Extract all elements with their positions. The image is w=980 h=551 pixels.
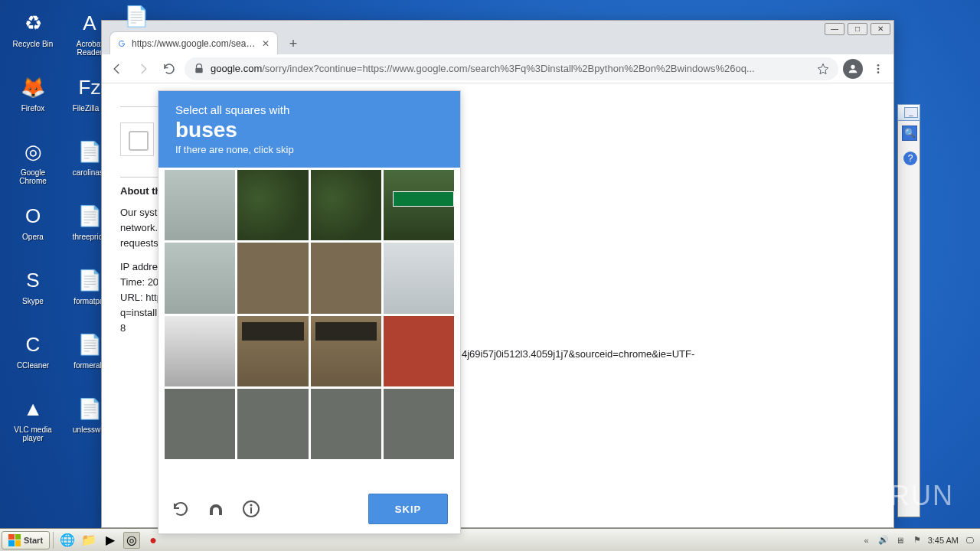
tab-strip: https://www.google.com/search?q= ✕ + bbox=[102, 28, 893, 54]
app-icon: S bbox=[18, 265, 48, 295]
browser-toolbar: google.com/sorry/index?continue=https://… bbox=[102, 54, 893, 83]
recaptcha-header: Select all squares with buses If there a… bbox=[158, 91, 460, 168]
tray-flag-icon[interactable]: ⚑ bbox=[911, 534, 923, 546]
back-button[interactable] bbox=[106, 58, 128, 80]
window-minimize-button[interactable]: — bbox=[825, 23, 844, 35]
url-line: URL: http bbox=[120, 292, 162, 303]
captcha-tile[interactable] bbox=[384, 243, 454, 313]
desktop-icon[interactable]: ◎Google Chrome bbox=[7, 135, 59, 196]
recaptcha-audio-icon[interactable] bbox=[206, 499, 226, 519]
tray-expand-icon[interactable]: « bbox=[861, 534, 873, 546]
captcha-tile[interactable] bbox=[237, 316, 308, 386]
recaptcha-footer: SKIP bbox=[158, 491, 460, 527]
captcha-tile[interactable] bbox=[165, 243, 235, 313]
captcha-tile[interactable] bbox=[384, 389, 454, 459]
captcha-tile[interactable] bbox=[165, 170, 235, 240]
app-icon: ▲ bbox=[18, 393, 48, 424]
address-bar[interactable]: google.com/sorry/index?continue=https://… bbox=[185, 57, 838, 80]
chrome-menu-button[interactable] bbox=[867, 58, 889, 80]
captcha-tile[interactable] bbox=[311, 243, 381, 313]
desktop-icon[interactable]: 📄 bbox=[121, 5, 152, 35]
desktop-icon[interactable]: ▲VLC media player bbox=[7, 392, 59, 453]
search-icon[interactable]: 🔍 bbox=[902, 126, 917, 141]
desktop-icon-label: VLC media player bbox=[7, 425, 59, 442]
url-text: google.com/sorry/index?continue=https://… bbox=[211, 63, 811, 74]
desktop-icon[interactable]: CCCleaner bbox=[7, 328, 59, 389]
body-line-2: network. bbox=[120, 222, 158, 233]
recaptcha-skip-button[interactable]: SKIP bbox=[368, 494, 448, 524]
app-icon: 📄 bbox=[74, 329, 105, 360]
body-line-3: requests bbox=[120, 237, 158, 249]
svg-rect-8 bbox=[250, 507, 252, 514]
captcha-tile[interactable] bbox=[165, 316, 235, 386]
desktop-icon-label: Opera bbox=[7, 233, 59, 241]
start-button[interactable]: Start bbox=[2, 531, 50, 549]
tray-monitor-icon[interactable]: 🖵 bbox=[963, 534, 975, 546]
desktop-icon[interactable]: SSkype bbox=[7, 263, 59, 324]
time-line: Time: 20: bbox=[120, 276, 162, 288]
tray-clock[interactable]: 3:45 AM bbox=[928, 536, 959, 545]
desktop-icon[interactable]: OOpera bbox=[7, 199, 59, 260]
desktop-icon[interactable]: ♻Recycle Bin bbox=[7, 6, 59, 67]
window-maximize-button[interactable]: □ bbox=[848, 23, 867, 35]
taskbar-separator bbox=[53, 532, 54, 549]
captcha-tile[interactable] bbox=[311, 389, 381, 459]
captcha-tile[interactable] bbox=[311, 316, 381, 386]
desktop-icon-label: Firefox bbox=[7, 104, 59, 112]
quicklaunch-ie-icon[interactable]: 🌐 bbox=[59, 532, 76, 549]
url-tail: 4j69i57j0i512l3.4059j1j7&sourceid=chrome… bbox=[462, 348, 694, 360]
q-line: q=install: bbox=[120, 307, 160, 318]
bookmark-star-icon[interactable] bbox=[817, 63, 829, 75]
recaptcha-instruction-2: If there are none, click skip bbox=[175, 144, 443, 155]
captcha-tile[interactable] bbox=[165, 389, 235, 459]
body-line-1: Our syst bbox=[120, 207, 157, 218]
svg-rect-1 bbox=[195, 67, 202, 72]
captcha-tile[interactable] bbox=[237, 170, 308, 240]
svg-point-3 bbox=[877, 64, 880, 67]
recaptcha-info-icon[interactable] bbox=[241, 499, 261, 519]
captcha-tile[interactable] bbox=[237, 389, 308, 459]
forward-button bbox=[132, 58, 154, 80]
window-close-button[interactable]: ✕ bbox=[871, 23, 890, 35]
desktop-icon-label: CCleaner bbox=[7, 361, 59, 370]
quicklaunch-explorer-icon[interactable]: 📁 bbox=[80, 532, 97, 549]
app-icon: C bbox=[18, 329, 48, 360]
svg-point-5 bbox=[877, 71, 880, 73]
recaptcha-reload-icon[interactable] bbox=[171, 499, 191, 519]
taskbar: Start 🌐 📁 ▶ ◎ ● « 🔊 🖥 ⚑ 3:45 AM 🖵 bbox=[0, 528, 980, 551]
profile-avatar[interactable] bbox=[843, 59, 863, 79]
reload-button[interactable] bbox=[158, 58, 180, 80]
quicklaunch-media-icon[interactable]: ▶ bbox=[102, 532, 119, 549]
captcha-tile[interactable] bbox=[384, 316, 454, 386]
recaptcha-grid bbox=[165, 170, 454, 459]
recaptcha-checkbox[interactable] bbox=[120, 122, 154, 156]
tray-network-icon[interactable]: 🖥 bbox=[894, 534, 906, 546]
lock-icon bbox=[194, 64, 204, 74]
background-window-titlebar: _ bbox=[897, 104, 920, 121]
background-window bbox=[897, 104, 920, 517]
tab-close-icon[interactable]: ✕ bbox=[260, 38, 271, 49]
captcha-tile[interactable] bbox=[237, 243, 308, 313]
windows-flag-icon bbox=[8, 534, 21, 546]
app-icon: 📄 bbox=[74, 265, 105, 295]
captcha-tile[interactable] bbox=[384, 170, 454, 240]
app-icon: Fz bbox=[74, 72, 105, 103]
new-tab-button[interactable]: + bbox=[283, 33, 304, 54]
desktop-icon[interactable]: 🦊Firefox bbox=[7, 70, 59, 132]
tray-volume-icon[interactable]: 🔊 bbox=[877, 534, 890, 546]
desktop-icon-label: Recycle Bin bbox=[7, 40, 59, 48]
app-icon: O bbox=[18, 201, 48, 231]
help-icon[interactable]: ? bbox=[903, 152, 917, 165]
taskbar-chrome-button[interactable]: ◎ bbox=[123, 532, 140, 549]
bgwin-minimize[interactable]: _ bbox=[904, 107, 918, 118]
desktop-icon-label: Google Chrome bbox=[7, 168, 59, 185]
system-tray: « 🔊 🖥 ⚑ 3:45 AM 🖵 bbox=[861, 534, 978, 546]
app-icon: A bbox=[74, 8, 105, 38]
captcha-tile[interactable] bbox=[311, 170, 381, 240]
chrome-titlebar: — □ ✕ bbox=[102, 21, 893, 28]
google-favicon-icon bbox=[116, 38, 127, 49]
app-icon: 📄 bbox=[74, 136, 105, 167]
desktop-icon-label: Skype bbox=[7, 297, 59, 305]
app-icon: 📄 bbox=[74, 393, 105, 424]
start-label: Start bbox=[24, 536, 43, 545]
